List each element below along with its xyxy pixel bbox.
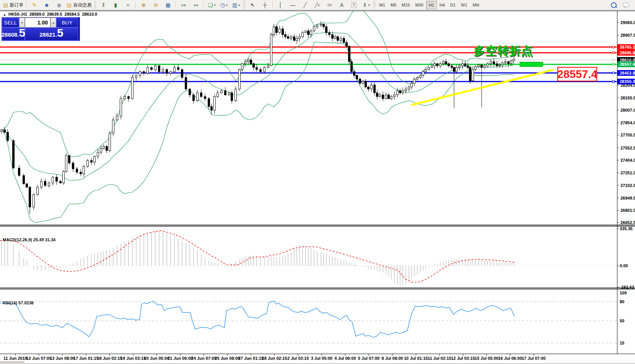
bar-chart-icon[interactable]: ‖	[97, 0, 109, 10]
toolbar-drag-handle[interactable]	[373, 1, 375, 9]
svg-text:28007.0: 28007.0	[620, 108, 635, 112]
svg-text:3 Jul 05:00: 3 Jul 05:00	[311, 356, 332, 361]
profiles-icon[interactable]: ☻	[41, 0, 53, 10]
search-icon[interactable]	[607, 0, 620, 10]
timeframe-m15[interactable]: M15	[399, 1, 412, 9]
timeframe-d1[interactable]: D1	[448, 1, 458, 9]
svg-text:27102.5: 27102.5	[620, 183, 635, 188]
svg-text:80: 80	[620, 299, 624, 304]
auto-scroll-icon-icon: ↤	[194, 2, 199, 8]
svg-text:21 Jun 06:00: 21 Jun 06:00	[168, 356, 193, 361]
timeframe-h4[interactable]: H4	[437, 1, 448, 9]
tool-sub-letter: F	[330, 3, 332, 7]
volume-up-button[interactable]: ▲	[50, 18, 56, 28]
chevron-down-icon: ▾	[239, 3, 240, 7]
svg-text:11 Jun 2019: 11 Jun 2019	[3, 356, 27, 361]
auto-trading-button[interactable]: ▤自动交易	[65, 0, 93, 10]
line-chart-icon[interactable]: ≈	[122, 0, 134, 10]
fibonacci-tool[interactable]: ≡F	[323, 0, 335, 10]
chat-icon[interactable]	[620, 0, 632, 10]
auto-scroll-icon[interactable]: ↤	[190, 0, 202, 10]
quote-close: 28610.0	[82, 12, 97, 16]
label-tool[interactable]: T	[348, 0, 360, 10]
highlighter-icon[interactable]: ✎	[28, 0, 41, 10]
collapse-icon[interactable]: ▲	[3, 13, 6, 16]
toolbar-separator	[26, 1, 27, 9]
volume-input[interactable]: 1.00	[25, 18, 50, 28]
profiles-icon-icon: ☻	[44, 2, 50, 8]
period-dropdown[interactable]: ◷▾	[218, 0, 230, 10]
vertical-line-tool[interactable]: │	[274, 0, 287, 10]
toolbar-separator	[272, 1, 273, 9]
new-order-button-label: 新订单	[10, 2, 23, 8]
channel-icon: ╱	[315, 2, 318, 8]
svg-text:28696.8: 28696.8	[620, 50, 635, 55]
horizontal-line-tool[interactable]: —	[287, 0, 299, 10]
svg-text:17 Jun 01:15: 17 Jun 01:15	[73, 356, 99, 361]
timeframe-w1[interactable]: W1	[458, 1, 470, 9]
svg-text:15: 15	[620, 341, 624, 345]
svg-text:335.35: 335.35	[620, 226, 633, 231]
timeframe-m5[interactable]: M5	[388, 1, 399, 9]
new-order-button[interactable]: ▤新订单	[2, 0, 25, 10]
svg-text:19 Jun 03:15: 19 Jun 03:15	[120, 356, 146, 361]
horizontal-line-icon: —	[290, 2, 295, 8]
sell-button[interactable]: SELL	[2, 18, 19, 28]
shapes-dropdown[interactable]: ⇕▾	[360, 0, 372, 10]
svg-text:13 Jun 08:00: 13 Jun 08:00	[50, 356, 75, 361]
sell-price-main: 28608.	[2, 31, 19, 38]
sell-price[interactable]: 28608. 5	[2, 28, 25, 41]
channel-tool[interactable]: ╱E	[311, 0, 323, 10]
signal-icon[interactable]: ◉	[53, 0, 65, 10]
template-dropdown[interactable]: ▥▾	[230, 0, 242, 10]
tile-windows-icon[interactable]: ▦	[162, 0, 174, 10]
main-chart-svg[interactable]: 29060.028907.028304.028155.528007.027854…	[0, 10, 635, 364]
timeframe-m30[interactable]: M30	[412, 1, 426, 9]
candlestick-chart-icon[interactable]: ▮	[109, 0, 122, 10]
svg-text:100: 100	[620, 291, 627, 295]
new-chart-dropdown[interactable]: ❏▾	[205, 0, 218, 10]
macd-indicator-label: MACD(12,26,9) 25.49 31.34	[3, 237, 55, 242]
svg-text:28907.0: 28907.0	[620, 33, 635, 37]
svg-text:27 Jun 01:15: 27 Jun 01:15	[238, 356, 264, 361]
crosshair-tool[interactable]: ┼	[259, 0, 271, 10]
shift-chart-icon-icon: ↦	[182, 2, 186, 8]
timeframe-mn[interactable]: MN	[470, 1, 482, 9]
toolbar-drag-handle[interactable]	[243, 1, 245, 9]
zoom-in-icon[interactable]: ⊕	[137, 0, 150, 10]
svg-text:10 Jul 01:15: 10 Jul 01:15	[404, 356, 428, 361]
svg-text:2 Jul 03:15: 2 Jul 03:15	[287, 356, 309, 361]
timeframe-m1[interactable]: M1	[376, 1, 388, 9]
symbol-label: HK50-,H1	[8, 12, 27, 16]
text-tool[interactable]: A	[335, 0, 348, 10]
green-highlight-box[interactable]	[520, 62, 543, 67]
buy-button-label: BUY	[62, 20, 72, 26]
tile-windows-icon-icon: ▦	[166, 2, 171, 8]
quote-header[interactable]: ▲ HK50-,H1 28589.0 28639.5 28584.5 28610…	[3, 12, 98, 16]
toolbar: ▤新订单✎☻◉▤自动交易‖▮≈⊕⊖▦↦↤❏▾◷▾▥▾↖┼│—╱╱E≡FAT⇕▾M…	[0, 0, 635, 10]
buy-price[interactable]: 28621. 5	[25, 28, 78, 41]
timeframe-h1[interactable]: H1	[426, 1, 437, 9]
new-order-icon: ▤	[3, 2, 8, 8]
price-callout-label[interactable]: 28557.4	[557, 67, 597, 81]
rsi-indicator-label: RSI(14) 57.0238	[3, 301, 34, 305]
shift-chart-icon[interactable]: ↦	[177, 0, 190, 10]
chart-annotation-text[interactable]: 多空转折点	[474, 43, 533, 59]
svg-text:25 Jun 08:00: 25 Jun 08:00	[215, 356, 240, 361]
tool-sub-letter: E	[318, 3, 320, 7]
template-icon: ▥	[232, 2, 237, 8]
cursor-tool[interactable]: ↖	[246, 0, 259, 10]
toolbar-drag-handle[interactable]	[94, 1, 96, 9]
svg-text:11 Jul 02:15: 11 Jul 02:15	[428, 356, 451, 361]
scrollbar-corner	[0, 361, 24, 364]
auto-trading-icon: ▤	[67, 2, 72, 8]
svg-text:28453.8: 28453.8	[620, 71, 635, 75]
trendline-tool[interactable]: ╱	[299, 0, 311, 10]
quote-low: 28584.5	[65, 12, 80, 16]
fibonacci-icon: ≡	[327, 2, 330, 8]
one-click-trading-widget: SELL ▼ 1.00 ▲ BUY 28608. 5 28621. 5	[2, 17, 80, 41]
sell-price-big: 5	[19, 28, 26, 38]
buy-price-main: 28621.	[39, 31, 57, 38]
zoom-out-icon[interactable]: ⊖	[150, 0, 162, 10]
svg-text:27404.0: 27404.0	[620, 158, 635, 162]
